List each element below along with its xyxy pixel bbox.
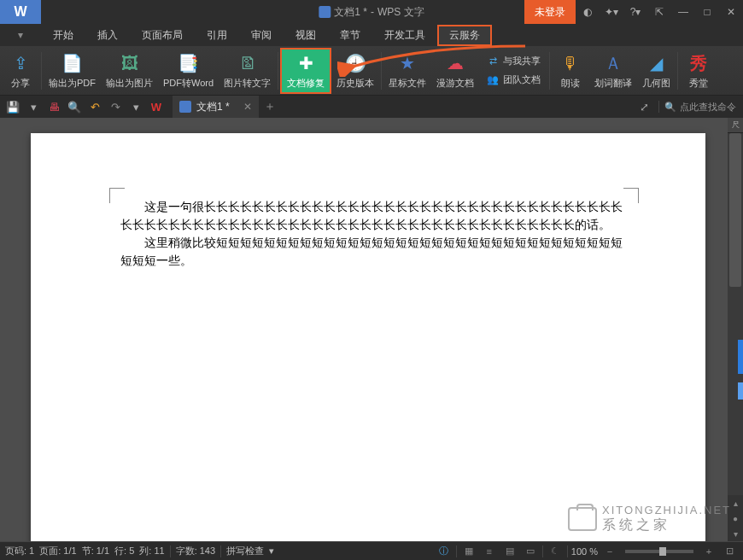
document-area: ▸ 这是一句很长长长长长长长长长长长长长长长长长长长长长长长长长长长长长长长长长…	[0, 118, 743, 541]
close-button[interactable]: ✕	[719, 0, 743, 24]
print-preview-icon[interactable]: 🔍	[65, 97, 84, 116]
wps-logo-icon[interactable]: W	[147, 97, 166, 116]
page-body[interactable]: 这是一句很长长长长长长长长长长长长长长长长长长长长长长长长长长长长长长长长长长长…	[31, 133, 705, 270]
paragraph-1[interactable]: 这是一句很长长长长长长长长长长长长长长长长长长长长长长长长长长长长长长长长长长长…	[120, 198, 629, 234]
status-spell-check[interactable]: 拼写检查▾	[226, 545, 274, 557]
history-button[interactable]: 🕘 历史版本	[331, 48, 379, 94]
feedback-icon[interactable]: ✦▾	[600, 0, 623, 24]
qat-more-icon[interactable]: ▾	[126, 97, 145, 116]
menu-sections[interactable]: 章节	[328, 25, 372, 46]
ribbon-toggle-icon[interactable]: ⇱	[647, 0, 671, 24]
minimize-button[interactable]: —	[671, 0, 695, 24]
login-button[interactable]: 未登录	[524, 0, 576, 24]
margin-marker-tl	[109, 188, 125, 203]
zoom-in-button[interactable]: +	[700, 544, 717, 559]
zoom-slider-thumb[interactable]	[659, 547, 666, 556]
eye-protect-icon[interactable]: ☾	[547, 544, 564, 559]
menu-dropdown-icon[interactable]: ▾	[0, 29, 41, 41]
xiutang-button[interactable]: 秀 秀堂	[680, 48, 717, 94]
export-pdf-button[interactable]: 📄 输出为PDF	[44, 48, 101, 94]
view-outline-icon[interactable]: ≡	[481, 544, 498, 559]
status-col[interactable]: 列: 11	[139, 545, 164, 557]
menu-insert[interactable]: 插入	[85, 25, 130, 46]
menu-bar: ▾ 开始 插入 页面布局 引用 审阅 视图 章节 开发工具 云服务	[0, 24, 743, 46]
document-page[interactable]: 这是一句很长长长长长长长长长长长长长长长长长长长长长长长长长长长长长长长长长长长…	[31, 133, 705, 541]
status-info-icon[interactable]: ⓘ	[436, 544, 453, 559]
menu-start[interactable]: 开始	[41, 25, 85, 46]
quick-access-row: 💾 ▾ 🖶 🔍 ↶ ↷ ▾ W 文档1 * ✕ ＋ ⤢ 🔍 点此查找命令	[0, 96, 743, 118]
add-tab-button[interactable]: ＋	[259, 99, 281, 114]
scrollbar-thumb[interactable]	[729, 133, 741, 287]
tab-close-icon[interactable]: ✕	[243, 101, 252, 113]
share-button[interactable]: ⇪ 分享	[2, 48, 39, 94]
browse-object-icon[interactable]: ●	[728, 510, 743, 526]
zoom-level[interactable]: 100 %	[571, 546, 598, 557]
pdf-word-icon: 📑	[177, 51, 201, 75]
app-logo[interactable]: W	[0, 0, 41, 24]
status-bar: 页码: 1 页面: 1/1 节: 1/1 行: 5 列: 11 字数: 143 …	[0, 541, 743, 560]
menu-review[interactable]: 审阅	[239, 25, 284, 46]
zoom-out-button[interactable]: −	[601, 544, 618, 559]
maximize-button[interactable]: □	[695, 0, 719, 24]
next-page-icon[interactable]: ▾	[728, 526, 743, 541]
redo-icon[interactable]: ↷	[106, 97, 125, 116]
doc-repair-button[interactable]: ✚ 文档修复	[280, 48, 331, 94]
status-section[interactable]: 节: 1/1	[82, 545, 109, 557]
menu-view[interactable]: 视图	[284, 25, 328, 46]
repair-icon: ✚	[294, 51, 318, 75]
document-tab[interactable]: 文档1 * ✕	[173, 96, 259, 118]
scrollbar-track[interactable]	[728, 133, 743, 495]
vertical-scrollbar-area: 尺 ▴ ● ▾	[728, 118, 743, 541]
skin-icon[interactable]: ◐	[576, 0, 600, 24]
geometry-icon: ◢	[645, 51, 669, 75]
status-page-no[interactable]: 页码: 1	[5, 545, 34, 557]
view-web-icon[interactable]: ▤	[501, 544, 518, 559]
team-docs-button[interactable]: 👥 团队文档	[481, 72, 546, 89]
status-page[interactable]: 页面: 1/1	[39, 545, 76, 557]
read-aloud-button[interactable]: 🎙 朗读	[552, 48, 589, 94]
share-icon: ⇪	[9, 51, 32, 75]
doc-icon	[319, 6, 331, 18]
xiutang-icon: 秀	[687, 51, 711, 75]
command-search[interactable]: 🔍 点此查找命令	[664, 101, 736, 114]
ruler-toggle[interactable]: 尺	[728, 118, 743, 133]
menu-dev-tools[interactable]: 开发工具	[372, 25, 437, 46]
geometry-button[interactable]: ◢ 几何图	[637, 48, 676, 94]
view-read-icon[interactable]: ▭	[522, 544, 539, 559]
menu-page-layout[interactable]: 页面布局	[130, 25, 195, 46]
save-icon[interactable]: 💾	[3, 97, 22, 116]
export-image-button[interactable]: 🖼 输出为图片	[101, 48, 158, 94]
status-line[interactable]: 行: 5	[114, 545, 134, 557]
collapse-ribbon-icon[interactable]: ⤢	[635, 97, 653, 116]
menu-cloud-services[interactable]: 云服务	[437, 25, 492, 46]
ribbon-toolbar: ⇪ 分享 📄 输出为PDF 🖼 输出为图片 📑 PDF转Word 🖻 图片转文字…	[0, 46, 743, 96]
star-icon: ★	[395, 51, 419, 75]
star-files-button[interactable]: ★ 星标文件	[383, 48, 431, 94]
shared-icon: ⇄	[486, 55, 500, 68]
side-panel-tab-2[interactable]	[738, 382, 743, 400]
undo-icon[interactable]: ↶	[85, 97, 104, 116]
qat-dropdown-icon[interactable]: ▾	[24, 97, 43, 116]
team-icon: 👥	[486, 73, 500, 87]
view-page-icon[interactable]: ▦	[460, 544, 477, 559]
document-scroll[interactable]: ▸ 这是一句很长长长长长长长长长长长长长长长长长长长长长长长长长长长长长长长长长…	[0, 118, 728, 541]
translate-button[interactable]: Ａ 划词翻译	[589, 48, 637, 94]
tab-doc-icon	[179, 101, 191, 113]
zoom-slider[interactable]	[625, 550, 693, 553]
print-icon[interactable]: 🖶	[44, 97, 63, 116]
tab-label: 文档1 *	[196, 100, 230, 114]
menu-references[interactable]: 引用	[195, 25, 239, 46]
image-export-icon: 🖼	[118, 51, 142, 75]
quick-access-toolbar: 💾 ▾ 🖶 🔍 ↶ ↷ ▾ W	[0, 97, 169, 116]
shared-with-me-button[interactable]: ⇄ 与我共享	[481, 53, 546, 70]
fit-page-icon[interactable]: ⊡	[721, 544, 738, 559]
mic-icon: 🎙	[559, 51, 582, 75]
help-icon[interactable]: ?▾	[623, 0, 647, 24]
side-panel-tab-1[interactable]	[738, 340, 743, 374]
ocr-button[interactable]: 🖻 图片转文字	[219, 48, 276, 94]
paragraph-2[interactable]: 这里稍微比较短短短短短短短短短短短短短短短短短短短短短短短短短短短短短短短短短短…	[120, 234, 629, 270]
pdf-to-word-button[interactable]: 📑 PDF转Word	[158, 48, 219, 94]
prev-page-icon[interactable]: ▴	[728, 495, 743, 510]
status-word-count[interactable]: 字数: 143	[176, 545, 215, 557]
roam-docs-button[interactable]: ☁ 漫游文档	[431, 48, 479, 94]
